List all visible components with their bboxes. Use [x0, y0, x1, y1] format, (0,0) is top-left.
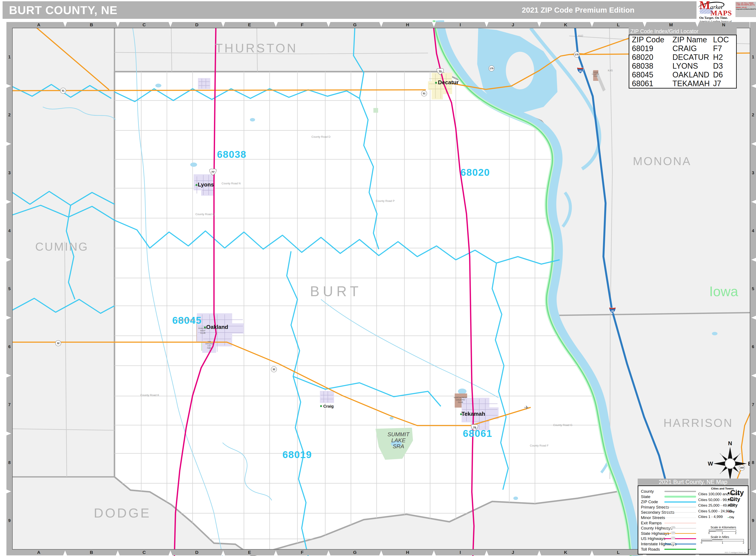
- map-canvas: ✈ N S W E THURSTONMONONACUMINGBURTHARRIS…: [0, 20, 756, 556]
- legend-item-swatch: [664, 512, 696, 513]
- legend-item-swatch: [664, 507, 696, 508]
- road-label: County Road N: [222, 182, 241, 185]
- town-label: Oakland: [206, 324, 228, 330]
- zip-table-cell: D3: [711, 62, 736, 70]
- zip-table-cell: 68045: [629, 70, 670, 79]
- legend-item-label: US Highways: [641, 536, 665, 541]
- city-class-sample: City: [728, 510, 734, 513]
- grid-letter-bottom: B: [90, 550, 93, 555]
- legend-shield-sample: 123: [671, 537, 675, 539]
- grid-letter-top: D: [195, 22, 198, 27]
- legend-title: 2021 Burt County, NE Map: [638, 479, 749, 485]
- grid-letter-top: B: [90, 22, 93, 27]
- scale-bar: [709, 529, 736, 532]
- city-dot-icon: [728, 505, 729, 506]
- circle-shield-183-icon: 183: [739, 465, 745, 471]
- zip-table-cell: TEKAMAH: [670, 79, 711, 88]
- city-class-sample: City: [728, 503, 737, 508]
- logo-maps: MAPS: [711, 10, 734, 15]
- logo-m: M: [699, 0, 710, 11]
- svg-text:32: 32: [273, 368, 275, 371]
- grid-letter-top: G: [353, 22, 357, 27]
- legend-shield-sample: 123: [671, 526, 675, 529]
- circle-shield-175-icon: 175: [489, 66, 494, 71]
- legend-item-label: ZIP Code: [641, 499, 658, 504]
- circle-shield-51-icon: 51: [60, 88, 66, 94]
- zip-table-cell: J7: [711, 79, 736, 88]
- landmark-label: OAKLAND: [205, 343, 213, 345]
- svg-text:32: 32: [57, 342, 60, 345]
- town-label: Tekamah: [462, 411, 485, 417]
- legend-item-primary: Primary Streets: [641, 505, 694, 510]
- contact-line: 1-888-434-MAPS (6277): [736, 4, 756, 6]
- legend-item-swatch: [664, 549, 696, 550]
- landmark-label: ONAWA: [593, 71, 598, 73]
- town-dot-icon: [435, 82, 437, 84]
- legend-item-minor: Minor Streets: [641, 515, 694, 520]
- svg-text:175: 175: [490, 67, 493, 70]
- legend-shield-sample: 123: [671, 532, 675, 534]
- zip-table-cell: CRAIG: [670, 44, 711, 53]
- grid-letter-bottom: I: [460, 550, 461, 555]
- svg-text:75: 75: [439, 70, 442, 73]
- landmark-label: CITY: [207, 345, 211, 347]
- circle-shield-32-icon: 32: [271, 367, 277, 372]
- road-label: County Road P: [376, 199, 395, 203]
- legend-item-label: Minor Streets: [641, 515, 665, 520]
- grid-letter-bottom: D: [195, 550, 198, 555]
- circle-shield-32-icon: 32: [56, 341, 61, 346]
- grid-letter-top: I: [460, 22, 461, 27]
- grid-number-right: 1: [752, 55, 754, 59]
- grid-number-left: 1: [8, 55, 10, 59]
- zip-code-label: 68038: [217, 149, 246, 160]
- scale-tick: 2: [735, 532, 736, 534]
- zip-table-cell: LYONS: [670, 62, 711, 70]
- grid-letter-top: F: [301, 22, 304, 27]
- city-class-label: Cities 1 - 4,999: [698, 515, 723, 519]
- zip-table-row: 68019CRAIGF7: [629, 44, 736, 53]
- marketmaps-logo: Market MAPS On Target. On Time. America'…: [699, 1, 734, 20]
- legend-item-swatch: [664, 538, 696, 539]
- road-label: County Road K: [140, 393, 159, 397]
- legend-copyright: 2021 © Intelligent Direct, Inc.: [725, 552, 747, 553]
- compass-n: N: [728, 440, 732, 447]
- zip-table-cell: H2: [711, 53, 736, 62]
- logo-arket: arket: [710, 4, 723, 10]
- road-label: County Road F: [530, 444, 549, 447]
- grid-number-right: 3: [752, 170, 754, 175]
- legend-item-secondary: Secondary Streets: [641, 510, 694, 515]
- legend-item-ushwy: US Highways123: [641, 536, 694, 541]
- grid-letter-bottom: F: [301, 550, 304, 555]
- grid-letter-top: J: [512, 22, 514, 27]
- grid-letter-bottom: J: [512, 550, 514, 555]
- landmark-label: PARK: [207, 347, 211, 349]
- grid-letter-top: K: [564, 22, 567, 27]
- landmark-label: NORTHCREST: [454, 396, 467, 398]
- landmark-label: SUMMIT: [388, 431, 410, 438]
- legend-item-label: Toll Roads: [641, 547, 660, 552]
- zip-table-cell: 68061: [629, 79, 670, 88]
- city-class-sample: City: [728, 516, 734, 519]
- county-label: CUMING: [35, 240, 89, 253]
- county-label: THURSTON: [215, 41, 297, 55]
- grid-letter-top: H: [406, 22, 409, 27]
- legend-item-swatch: [664, 528, 696, 529]
- zip-table-row: 68038LYONSD3: [629, 62, 736, 70]
- grid-letter-top: L: [617, 22, 620, 27]
- zip-table-cell: 68020: [629, 53, 670, 62]
- grid-letter-bottom: H: [406, 550, 409, 555]
- landmark-label: CLUB: [594, 75, 598, 77]
- grid-letter-top: E: [248, 22, 251, 27]
- legend-item-zip: ZIP Code: [641, 499, 694, 504]
- legend-item-county: County: [641, 489, 694, 494]
- legend-item-label: State: [641, 494, 650, 499]
- zip-code-label: 68020: [460, 167, 490, 178]
- city-dot-icon: [728, 511, 729, 512]
- legend-item-state: State: [641, 494, 694, 499]
- svg-text:75: 75: [473, 426, 476, 429]
- svg-text:175: 175: [575, 53, 579, 56]
- city-dot-icon: [728, 499, 729, 500]
- grid-number-left: 6: [8, 344, 10, 349]
- town-label: Decatur: [438, 79, 459, 85]
- zip-table-cell: F7: [711, 44, 736, 53]
